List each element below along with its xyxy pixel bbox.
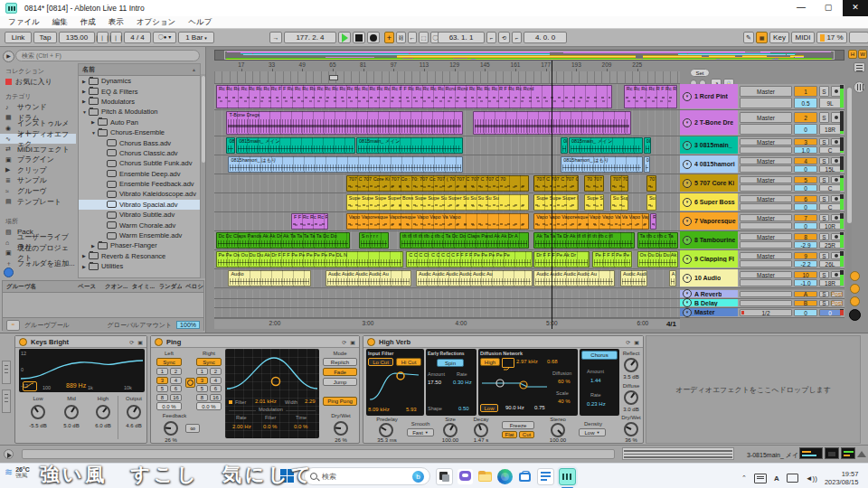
pan-field[interactable]: 9L <box>819 98 841 108</box>
groove-icon[interactable]: ≈ <box>6 320 20 331</box>
clip[interactable]: Audic Audic Audic Audic Au <box>326 270 411 286</box>
tree-item[interactable]: ▶Auto Pan <box>79 117 200 127</box>
loop-length-field[interactable]: 4. 0. 0 <box>524 32 567 43</box>
clip[interactable]: Rc <box>650 213 656 230</box>
decay-knob[interactable] <box>474 423 488 437</box>
mod-time-value[interactable]: 0.0 % <box>294 424 307 429</box>
track-fold-icon[interactable]: ▾ <box>683 217 692 226</box>
clip[interactable]: Vapo Vaporesque Vaporesque Vapo Vapo Va … <box>346 213 529 230</box>
beat-division-3[interactable]: 3 <box>196 377 208 384</box>
volume-field[interactable]: 1.0 <box>794 146 817 154</box>
routing-field[interactable] <box>740 291 792 297</box>
beat-time-ruler[interactable]: 173349658197113129145161177193209225 <box>214 61 680 71</box>
track-fold-icon[interactable]: ▾ <box>683 198 692 207</box>
punch-out-button[interactable]: ⌐ <box>512 32 522 43</box>
master-volume-field[interactable]: 0 <box>794 309 817 316</box>
network-icon[interactable] <box>787 474 798 483</box>
tree-item[interactable]: Chorus Bass.adv <box>79 137 200 147</box>
track-header-3 0815main_[interactable]: ▾3 0815main_Master3S1.0C <box>680 136 844 155</box>
tree-item[interactable]: Warm Ensemble.adv <box>79 230 200 240</box>
track-name[interactable]: 2 T-Bone Dre <box>694 119 733 126</box>
key-map-button[interactable]: Key <box>769 32 789 43</box>
clip[interactable]: 0815main_ メイン <box>356 137 463 154</box>
mod-rate-value[interactable]: 2.00 Hz <box>232 424 251 429</box>
clip[interactable]: 0815main_ メイン <box>236 137 354 154</box>
tree-item[interactable]: Vibrato Spacial.adv <box>79 200 200 210</box>
input-routing-menu[interactable] <box>740 146 792 154</box>
tray-expand-icon[interactable]: ⌃ <box>741 474 747 482</box>
track-name[interactable]: Master <box>694 309 715 315</box>
track-lane-10 Audio[interactable]: AudioAudic Audic Audic Audic AuAudic Aud… <box>214 269 680 288</box>
clip[interactable]: 707 C <box>646 175 656 192</box>
track-activator[interactable]: 9 <box>794 252 817 259</box>
er-amount-value[interactable]: 17.50 <box>428 380 441 385</box>
track-header-A Reverb[interactable]: ▾A ReverbASPost <box>680 290 844 299</box>
track-header-2 T-Bone Dre[interactable]: ▾2 T-Bone DreMaster2S018R <box>680 110 844 136</box>
track-header-Master[interactable]: ▾Master1/200 <box>680 308 844 318</box>
track-lane-A Reverb[interactable] <box>214 290 680 299</box>
save-preset-icon[interactable]: ▣ <box>350 339 355 345</box>
tree-item[interactable]: Chorus Classic.adv <box>79 148 200 158</box>
cut-button[interactable]: Cut <box>519 431 534 438</box>
output-routing-menu[interactable]: Master <box>740 214 792 221</box>
input-routing-menu[interactable] <box>740 98 792 108</box>
smooth-dropdown[interactable]: Fast▼ <box>407 428 434 436</box>
chorus-amount-value[interactable]: 1.44 <box>590 378 601 383</box>
clip[interactable]: Audic Audic Audic Audic Audic Au <box>416 270 533 286</box>
mid-value[interactable]: 5.0 dB <box>58 423 85 428</box>
menu-item-1[interactable]: 編集 <box>52 17 68 28</box>
device-drop-area[interactable]: オーディオエフェクトをここへドロップします <box>646 335 861 444</box>
track-lane-1 Rcrd Pint[interactable]: Rc Rc Rc Rc Rc Rc Rc Rc F F Rc Rc Rc Rc … <box>214 84 680 110</box>
quantize-menu[interactable]: 1 Bar▾ <box>178 32 214 43</box>
spin-button[interactable]: Spin <box>437 359 464 367</box>
decay-value[interactable]: 1.47 s <box>467 437 495 443</box>
loop-start-field[interactable]: 63. 1. 1 <box>438 32 485 43</box>
track-header-8 Tambourine[interactable]: ▾8 TambourineMaster8S-2.925R <box>680 231 844 250</box>
post-toggle[interactable]: Post <box>831 291 843 297</box>
computer-midi-keyboard-button[interactable]: ▦ <box>756 32 768 43</box>
track-header-6 Super Boss[interactable]: ▾6 Super BossMaster6S0C <box>680 193 844 212</box>
high-knob[interactable] <box>96 405 110 419</box>
solo-button[interactable]: S <box>819 157 829 164</box>
mode-jump[interactable]: Jump <box>323 378 357 386</box>
volume-field[interactable]: -1.0 <box>794 279 817 286</box>
info-toggle-icon[interactable] <box>4 267 14 277</box>
input-routing-menu[interactable] <box>740 241 792 249</box>
loop-brace[interactable] <box>329 75 338 80</box>
arrangement-position-field[interactable]: 177. 2. 4 <box>284 32 336 43</box>
tree-item[interactable]: ▼Pitch & Modulation <box>79 107 200 117</box>
routing-field[interactable] <box>740 300 792 306</box>
track-name[interactable]: 8 Tambourine <box>694 237 735 243</box>
clip-thumbnail[interactable] <box>825 447 839 459</box>
clip[interactable]: 707 C 707 Core Ki 707 Co : 70: 707 Cc 70… <box>346 175 529 192</box>
disclosure-icon[interactable]: ▶ <box>82 264 89 269</box>
weather-widget[interactable]: ≋ 26°C 強風 <box>5 466 30 479</box>
tree-item[interactable]: Vibrato Subtle.adv <box>79 210 200 220</box>
chorus-rate-value[interactable]: 0.23 Hz <box>587 401 606 407</box>
track-activator[interactable]: 4 <box>794 157 817 164</box>
diffusion-amount-value[interactable]: 60 % <box>558 379 571 384</box>
stereo-value[interactable]: 100.00 <box>542 437 573 443</box>
solo-button[interactable]: S <box>819 86 829 97</box>
pan-field[interactable]: 26L <box>819 260 841 267</box>
track-activator[interactable]: 10 <box>794 271 817 278</box>
track-name[interactable]: B Delay <box>694 300 718 306</box>
ime-keyboard-icon[interactable] <box>754 474 767 483</box>
clip[interactable]: Pe F F F Pe Pe Pe <box>592 251 632 267</box>
clip-thumbnail[interactable] <box>799 447 823 459</box>
track-lane-4 0815hamori[interactable]: 0815hamori_ はもり0815hamori_ はもり08 <box>214 155 680 174</box>
track-fold-icon[interactable]: ▾ <box>683 308 692 317</box>
disclosure-icon[interactable]: ▶ <box>82 79 89 84</box>
input-filter-q[interactable]: 5.93 <box>406 407 417 412</box>
beat-division-4[interactable]: 4 <box>170 377 182 384</box>
pan-field[interactable]: 10R <box>819 222 841 230</box>
groove-amount-button[interactable]: 〇● ▾ <box>153 32 176 43</box>
clip[interactable]: Ak Ta Ta Ta Dr Ak tfl tfl tfl tft tfb c … <box>533 232 635 249</box>
output-routing-menu[interactable]: Master <box>740 157 792 164</box>
pan-field[interactable]: 25R <box>819 241 841 249</box>
hi-cut-button[interactable]: Hi Cut <box>396 358 421 366</box>
beat-division-5[interactable]: 5 <box>196 385 208 392</box>
volume-field[interactable]: 0 <box>794 165 817 173</box>
track-name[interactable]: 9 Clapping Fl <box>694 256 734 262</box>
input-filter-freq[interactable]: 8.09 kHz <box>368 407 390 412</box>
